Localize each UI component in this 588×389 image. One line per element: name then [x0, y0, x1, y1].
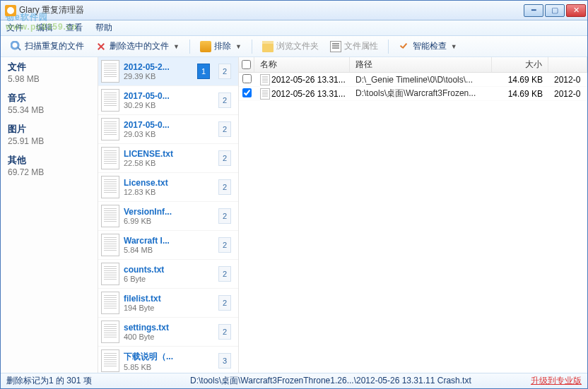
- chevron-down-icon: ▼: [173, 43, 180, 50]
- row-name: 2012-05-26 13.31...: [254, 88, 350, 100]
- menu-view[interactable]: 查看: [66, 22, 83, 34]
- category-item[interactable]: 音乐55.34 MB: [1, 88, 98, 119]
- file-props-button[interactable]: 文件属性: [326, 38, 382, 54]
- file-icon: [101, 205, 119, 227]
- status-path: D:\tools\桌面\Warcraft3FrozenThrone1.26...…: [190, 375, 531, 387]
- col-name[interactable]: 名称: [254, 57, 350, 72]
- file-icon: [101, 118, 119, 140]
- group-size: 194 Byte: [124, 304, 214, 312]
- category-label: 其他: [8, 154, 90, 167]
- file-icon: [101, 89, 119, 112]
- group-list-panel[interactable]: 2012-05-2... 29.39 KB 12 2017-05-0... 30…: [98, 57, 239, 373]
- delete-icon: [95, 41, 107, 52]
- group-item[interactable]: 下载说明（... 5.85 KB 3: [98, 347, 238, 373]
- props-label: 文件属性: [344, 40, 378, 52]
- scan-label: 扫描重复的文件: [25, 40, 84, 52]
- group-count-badge: 2: [218, 121, 231, 137]
- group-badges: 2: [216, 150, 235, 166]
- group-size: 6.99 KB: [124, 217, 214, 225]
- menu-edit[interactable]: 编辑: [36, 22, 53, 34]
- group-size: 30.29 KB: [124, 101, 214, 109]
- group-info: settings.txt 400 Byte: [124, 323, 214, 341]
- file-icon: [101, 234, 119, 256]
- group-item[interactable]: 2017-05-0... 29.03 KB 2: [98, 115, 238, 144]
- group-badges: 2: [216, 121, 235, 137]
- maximize-button[interactable]: ▢: [545, 4, 565, 17]
- app-window: 创e软件园 www.pc0359.cn Glary 重复清理器 ━ ▢ ✕ 文件…: [0, 0, 588, 389]
- group-item[interactable]: 2017-05-0... 30.29 KB 2: [98, 86, 238, 115]
- group-count-badge: 2: [218, 208, 231, 224]
- scan-button[interactable]: 扫描重复的文件: [6, 38, 88, 54]
- group-count-badge: 2: [218, 92, 231, 108]
- category-size: 55.34 MB: [8, 105, 90, 115]
- app-icon: [5, 5, 16, 16]
- category-item[interactable]: 其他69.72 MB: [1, 150, 98, 181]
- file-icon: [101, 263, 119, 285]
- delete-label: 删除选中的文件: [110, 40, 169, 52]
- toolbar-separator: [189, 40, 190, 54]
- group-name: Warcraft I...: [124, 236, 214, 246]
- category-label: 音乐: [8, 92, 90, 104]
- category-panel: 文件5.98 MB音乐55.34 MB图片25.91 MB其他69.72 MB: [1, 57, 98, 373]
- chevron-down-icon: ▼: [451, 43, 457, 50]
- detail-row[interactable]: 2012-05-26 13.31... D:\_Genie Timeline\0…: [239, 73, 587, 87]
- detail-header: 名称 路径 大小: [239, 57, 587, 73]
- row-date: 2012-0: [548, 89, 587, 99]
- sort-icon: [200, 41, 211, 52]
- sort-button[interactable]: 排除 ▼: [196, 38, 246, 54]
- col-size[interactable]: 大小: [492, 57, 548, 72]
- group-name: filelist.txt: [124, 294, 214, 304]
- row-checkbox[interactable]: [242, 74, 252, 83]
- menu-help[interactable]: 帮助: [95, 22, 112, 34]
- menu-file[interactable]: 文件: [6, 22, 23, 34]
- group-item[interactable]: 2012-05-2... 29.39 KB 12: [98, 57, 238, 86]
- group-size: 400 Byte: [124, 333, 214, 341]
- browse-folder-button[interactable]: 浏览文件夹: [258, 38, 323, 54]
- upgrade-link[interactable]: 升级到专业版: [531, 375, 582, 387]
- group-info: counts.txt 6 Byte: [124, 265, 214, 283]
- col-path[interactable]: 路径: [350, 57, 492, 72]
- category-item[interactable]: 图片25.91 MB: [1, 119, 98, 150]
- group-badges: 2: [216, 208, 235, 224]
- select-all-checkbox[interactable]: [242, 60, 251, 69]
- properties-icon: [330, 41, 341, 52]
- group-item[interactable]: Warcraft I... 5.84 MB 2: [98, 231, 238, 260]
- category-item[interactable]: 文件5.98 MB: [1, 57, 98, 88]
- category-label: 文件: [8, 61, 90, 73]
- row-checkbox[interactable]: [242, 88, 252, 97]
- col-checkbox[interactable]: [239, 57, 254, 72]
- row-name: 2012-05-26 13.31...: [254, 74, 350, 85]
- group-item[interactable]: filelist.txt 194 Byte 2: [98, 289, 238, 318]
- file-icon: [260, 88, 270, 100]
- group-info: VersionInf... 6.99 KB: [124, 207, 214, 225]
- group-item[interactable]: settings.txt 400 Byte 2: [98, 318, 238, 347]
- group-count-badge: 1: [197, 64, 210, 79]
- delete-selected-button[interactable]: 删除选中的文件 ▼: [91, 38, 184, 54]
- group-info: 下载说明（... 5.85 KB: [124, 351, 214, 371]
- group-name: LICENSE.txt: [124, 149, 214, 159]
- detail-row[interactable]: 2012-05-26 13.31... D:\tools\桌面\Warcraft…: [239, 87, 587, 101]
- group-count-badge: 2: [218, 324, 231, 340]
- group-item[interactable]: VersionInf... 6.99 KB 2: [98, 202, 238, 231]
- group-item[interactable]: counts.txt 6 Byte 2: [98, 260, 238, 289]
- group-item[interactable]: LICENSE.txt 22.58 KB 2: [98, 144, 238, 173]
- group-item[interactable]: License.txt 12.83 KB 2: [98, 173, 238, 202]
- detail-panel: 名称 路径 大小 2012-05-26 13.31... D:\_Genie T…: [239, 57, 587, 373]
- detail-rows[interactable]: 2012-05-26 13.31... D:\_Genie Timeline\0…: [239, 73, 587, 373]
- col-date[interactable]: [548, 57, 587, 72]
- group-count-badge: 2: [218, 295, 231, 311]
- group-info: 2017-05-0... 29.03 KB: [124, 120, 214, 138]
- main-body: 文件5.98 MB音乐55.34 MB图片25.91 MB其他69.72 MB …: [1, 57, 587, 373]
- window-controls: ━ ▢ ✕: [524, 4, 586, 17]
- smart-check-button[interactable]: 智能检查 ▼: [394, 38, 461, 54]
- check-icon: [399, 41, 410, 52]
- group-count-badge: 2: [218, 179, 231, 195]
- group-badges: 2: [216, 179, 235, 195]
- close-button[interactable]: ✕: [566, 4, 586, 17]
- category-size: 69.72 MB: [8, 167, 90, 177]
- group-size: 5.85 KB: [124, 363, 214, 371]
- category-size: 25.91 MB: [8, 136, 90, 146]
- group-name: 下载说明（...: [124, 351, 214, 363]
- minimize-button[interactable]: ━: [524, 4, 543, 17]
- group-size: 29.39 KB: [124, 72, 193, 80]
